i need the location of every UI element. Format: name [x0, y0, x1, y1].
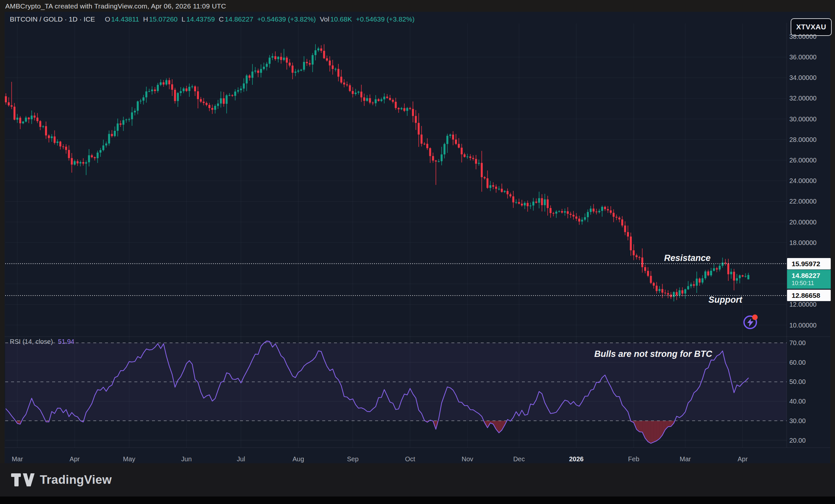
time-axis-label: Jul — [237, 456, 245, 463]
time-axis-label: Sep — [347, 456, 359, 463]
time-axis-label: Nov — [462, 456, 473, 463]
price-axis-tick: 30.00000 — [789, 116, 816, 123]
resistance-annotation: Resistance — [664, 253, 711, 263]
rsi-note-annotation: Bulls are not strong for BTC — [594, 349, 712, 359]
change-value: +0.54639 (+3.82%) — [257, 15, 316, 23]
price-axis-tick: 34.00000 — [789, 74, 816, 81]
price-axis-tick: 12.00000 — [789, 301, 816, 308]
time-axis-label: 2026 — [569, 456, 584, 463]
open-label: O — [105, 15, 110, 23]
time-axis-label: Oct — [405, 456, 415, 463]
resistance-price-label: 15.95972 — [787, 258, 831, 269]
rsi-value: 51.94 — [58, 338, 74, 345]
time-axis-label: Jun — [181, 456, 192, 463]
notification-dot-icon — [752, 315, 758, 320]
rsi-legend[interactable]: RSI (14, close) 51.94 — [10, 338, 74, 345]
chart-legend[interactable]: BITCOIN / GOLD · 1D · ICE O 14.43811 H 1… — [10, 15, 414, 23]
rsi-name: RSI (14, close) — [10, 338, 53, 345]
close-label: C — [219, 15, 224, 23]
tradingview-mark-icon — [11, 473, 35, 486]
time-axis-label: Mar — [680, 456, 691, 463]
volume-value: 10.68K — [330, 15, 352, 23]
high-value: 15.07260 — [149, 15, 178, 23]
price-axis-tick: 18.00000 — [789, 239, 816, 246]
lightning-bolt-icon — [747, 318, 754, 327]
volume-label: Vol — [320, 15, 329, 23]
price-axis-tick: 32.00000 — [789, 95, 816, 102]
time-axis-label: Mar — [12, 456, 23, 463]
rsi-axis-tick: 20.00 — [789, 437, 806, 444]
tradingview-wordmark: TradingView — [40, 473, 112, 487]
price-axis-tick: 36.00000 — [789, 54, 816, 61]
bottom-black-bar — [0, 497, 835, 504]
candlestick-chart-canvas[interactable] — [0, 0, 835, 504]
volume-change: +0.54639 (+3.82%) — [356, 15, 414, 23]
price-axis-tick: 10.00000 — [789, 322, 816, 329]
footer-bar: TradingView — [0, 463, 835, 497]
time-axis-label: Aug — [292, 456, 304, 463]
close-value: 14.86227 — [225, 15, 253, 23]
price-axis-tick: 26.00000 — [789, 157, 816, 164]
low-label: L — [182, 15, 186, 23]
tradingview-snapshot: AMBCrypto_TA created with TradingView.co… — [0, 0, 835, 504]
ideas-stream-button[interactable] — [744, 316, 757, 329]
rsi-axis-tick: 60.00 — [789, 359, 806, 366]
time-axis-label: Dec — [513, 456, 525, 463]
rsi-axis-tick: 70.00 — [789, 339, 806, 346]
current-price-label: 14.86227 10:50:11 — [787, 270, 831, 289]
time-axis-label: Feb — [628, 456, 639, 463]
rsi-axis-tick: 50.00 — [789, 378, 806, 385]
rsi-axis-tick: 30.00 — [789, 417, 806, 424]
price-axis-tick: 28.00000 — [789, 136, 816, 143]
symbol-title[interactable]: BITCOIN / GOLD · 1D · ICE — [10, 15, 95, 23]
time-axis-label: May — [123, 456, 135, 463]
price-axis-tick: 24.00000 — [789, 177, 816, 184]
support-price-label: 12.86658 — [787, 290, 831, 301]
current-price-value: 14.86227 — [792, 272, 820, 280]
price-axis-tick: 20.00000 — [789, 219, 816, 226]
low-value: 14.43759 — [186, 15, 215, 23]
support-annotation: Support — [709, 295, 742, 305]
tradingview-logo[interactable]: TradingView — [11, 473, 112, 487]
price-axis-tick: 38.00000 — [789, 33, 816, 40]
rsi-axis-tick: 40.00 — [789, 398, 806, 405]
time-axis-label: Apr — [737, 456, 748, 463]
bar-countdown: 10:50:11 — [792, 280, 814, 287]
high-label: H — [143, 15, 148, 23]
open-value: 14.43811 — [111, 15, 139, 23]
price-axis-tick: 22.00000 — [789, 198, 816, 205]
time-axis-label: Apr — [69, 456, 80, 463]
